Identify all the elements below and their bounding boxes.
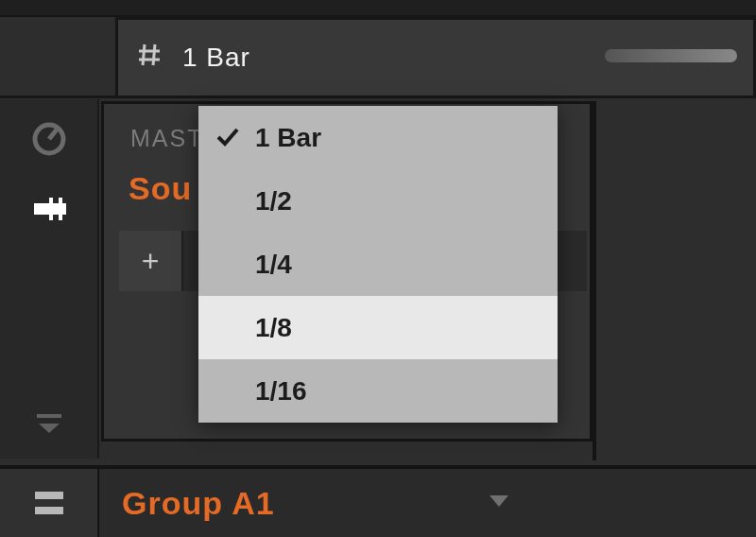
master-tab-label[interactable]: MAST: [130, 125, 203, 152]
svg-marker-7: [39, 424, 60, 433]
knob-icon[interactable]: [28, 118, 70, 160]
group-icon: [0, 469, 99, 537]
grid-resolution-value: 1 Bar: [182, 43, 250, 73]
grid-resolution-menu: 1 Bar 1/2 1/4 1/8 1/16: [198, 106, 558, 423]
menu-item-label: 1/16: [255, 376, 307, 407]
sound-tab-label[interactable]: Sou: [129, 170, 192, 207]
menu-item-label: 1/2: [255, 186, 292, 217]
group-name: Group A1: [99, 485, 488, 522]
grid-row-left-spacer: [0, 17, 115, 98]
chevron-down-icon: [488, 494, 756, 512]
svg-rect-9: [35, 507, 63, 514]
top-header-strip: [0, 0, 756, 17]
svg-line-5: [49, 130, 57, 139]
svg-marker-10: [490, 495, 508, 507]
check-icon: [215, 125, 240, 156]
menu-item-label: 1/8: [255, 313, 292, 343]
plugin-icon[interactable]: [28, 188, 70, 230]
group-selector-row[interactable]: Group A1: [0, 465, 756, 537]
grid-icon: [137, 42, 162, 74]
menu-item-label: 1/4: [255, 250, 292, 280]
volume-slider[interactable]: [605, 49, 737, 62]
menu-item-1-2[interactable]: 1/2: [198, 169, 558, 233]
svg-line-0: [143, 44, 145, 65]
menu-item-label: 1 Bar: [255, 123, 321, 153]
panel-divider: [593, 101, 596, 460]
plus-icon: +: [142, 244, 160, 279]
menu-item-1-4[interactable]: 1/4: [198, 233, 558, 296]
svg-rect-8: [35, 492, 63, 499]
menu-item-1-8[interactable]: 1/8: [198, 296, 558, 359]
collapse-down-icon[interactable]: [28, 417, 70, 459]
menu-item-1bar[interactable]: 1 Bar: [198, 106, 558, 169]
menu-item-1-16[interactable]: 1/16: [198, 359, 558, 423]
view-rail: [0, 99, 99, 459]
add-plugin-button[interactable]: +: [119, 231, 183, 291]
svg-line-1: [153, 44, 155, 65]
